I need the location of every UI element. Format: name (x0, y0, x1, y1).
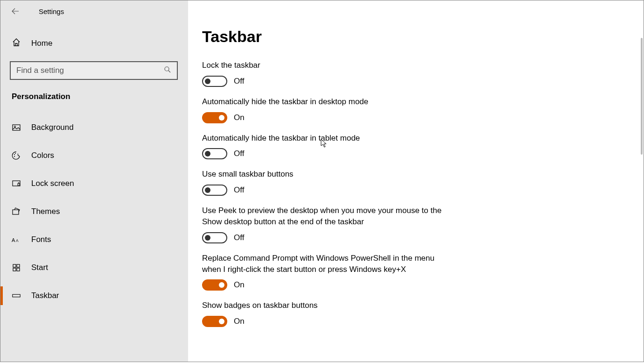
search-container (0, 61, 188, 80)
nav-item-lock-screen[interactable]: Lock screen (0, 170, 188, 198)
app-title: Settings (39, 7, 64, 15)
setting-item: Automatically hide the taskbar in tablet… (202, 133, 454, 160)
setting-label: Automatically hide the taskbar in tablet… (202, 133, 454, 144)
toggle-switch[interactable] (202, 76, 227, 87)
fonts-icon: AA (12, 235, 21, 244)
svg-text:A: A (16, 239, 19, 243)
start-icon (12, 263, 21, 272)
toggle-switch[interactable] (202, 148, 227, 159)
svg-point-4 (165, 67, 169, 71)
setting-label: Use Peek to preview the desktop when you… (202, 205, 454, 228)
nav-home[interactable]: Home (0, 31, 188, 56)
svg-point-7 (14, 126, 16, 128)
toggle-row: On (202, 112, 454, 123)
nav-label: Colors (31, 151, 54, 160)
toggle-state-label: On (234, 113, 245, 122)
themes-icon (12, 207, 21, 216)
toggle-row: Off (202, 185, 454, 196)
svg-rect-17 (17, 264, 20, 267)
setting-item: Replace Command Prompt with Windows Powe… (202, 253, 454, 291)
setting-label: Automatically hide the taskbar in deskto… (202, 96, 454, 107)
back-button[interactable] (11, 7, 20, 16)
nav-item-taskbar[interactable]: Taskbar (0, 282, 188, 310)
nav-label: Lock screen (31, 179, 74, 188)
toggle-row: On (202, 316, 454, 327)
toggle-knob (205, 78, 210, 84)
setting-label: Replace Command Prompt with Windows Powe… (202, 253, 454, 275)
nav-label: Fonts (31, 235, 51, 244)
toggle-state-label: On (234, 317, 245, 326)
setting-item: Show badges on taskbar buttonsOn (202, 300, 454, 327)
section-title: Personalization (0, 80, 188, 107)
setting-item: Use small taskbar buttonsOff (202, 169, 454, 196)
nav-list: Background Colors Lock screen Themes AA … (0, 114, 188, 310)
home-label: Home (31, 39, 52, 48)
nav-item-background[interactable]: Background (0, 114, 188, 142)
nav-item-themes[interactable]: Themes (0, 198, 188, 226)
toggle-knob (205, 151, 210, 157)
toggle-knob (219, 115, 224, 121)
toggle-switch[interactable] (202, 232, 227, 243)
svg-point-10 (14, 156, 15, 157)
setting-label: Show badges on taskbar buttons (202, 300, 454, 311)
toggle-switch[interactable] (202, 185, 227, 196)
nav-item-fonts[interactable]: AA Fonts (0, 226, 188, 254)
scrollbar[interactable] (641, 38, 643, 155)
svg-rect-18 (13, 268, 16, 271)
toggle-state-label: Off (234, 185, 244, 195)
nav-label: Start (31, 263, 48, 272)
back-arrow-icon (11, 7, 20, 15)
svg-line-5 (168, 71, 170, 72)
toggle-state-label: Off (234, 77, 244, 86)
settings-list: Lock the taskbarOffAutomatically hide th… (202, 60, 644, 327)
toggle-knob (219, 282, 224, 288)
taskbar-icon (12, 291, 21, 300)
svg-point-8 (14, 154, 15, 155)
toggle-knob (205, 235, 210, 241)
nav-label: Taskbar (31, 291, 59, 300)
setting-label: Lock the taskbar (202, 60, 454, 71)
toggle-state-label: On (234, 280, 245, 290)
sidebar: Settings Home Personalization Background (0, 0, 188, 362)
settings-window: Settings Home Personalization Background (0, 0, 644, 362)
svg-rect-13 (13, 210, 19, 214)
nav-label: Themes (31, 207, 60, 216)
toggle-knob (219, 319, 224, 324)
setting-item: Use Peek to preview the desktop when you… (202, 205, 454, 243)
content-area: Taskbar Lock the taskbarOffAutomatically… (188, 0, 644, 362)
svg-rect-16 (13, 264, 16, 267)
lock-screen-icon (12, 179, 21, 188)
header: Settings (0, 0, 188, 22)
nav-item-start[interactable]: Start (0, 254, 188, 282)
nav-item-colors[interactable]: Colors (0, 142, 188, 170)
picture-icon (12, 123, 21, 132)
svg-rect-19 (17, 268, 20, 271)
toggle-row: Off (202, 232, 454, 243)
toggle-switch[interactable] (202, 316, 227, 327)
toggle-switch[interactable] (202, 279, 227, 291)
page-title: Taskbar (202, 28, 644, 46)
svg-rect-12 (18, 184, 20, 185)
home-icon (12, 38, 21, 49)
svg-rect-20 (13, 294, 20, 297)
toggle-row: Off (202, 148, 454, 159)
search-box[interactable] (10, 61, 178, 80)
svg-point-9 (15, 153, 16, 154)
svg-text:A: A (12, 237, 15, 243)
toggle-state-label: Off (234, 233, 244, 242)
svg-rect-6 (13, 125, 20, 130)
toggle-row: Off (202, 76, 454, 87)
setting-label: Use small taskbar buttons (202, 169, 454, 180)
toggle-switch[interactable] (202, 112, 227, 123)
toggle-knob (205, 187, 210, 193)
nav-label: Background (31, 123, 74, 132)
toggle-row: On (202, 279, 454, 291)
search-icon (164, 66, 171, 75)
toggle-state-label: Off (234, 149, 244, 158)
palette-icon (12, 151, 21, 160)
setting-item: Automatically hide the taskbar in deskto… (202, 96, 454, 123)
search-input[interactable] (16, 66, 164, 75)
setting-item: Lock the taskbarOff (202, 60, 454, 87)
